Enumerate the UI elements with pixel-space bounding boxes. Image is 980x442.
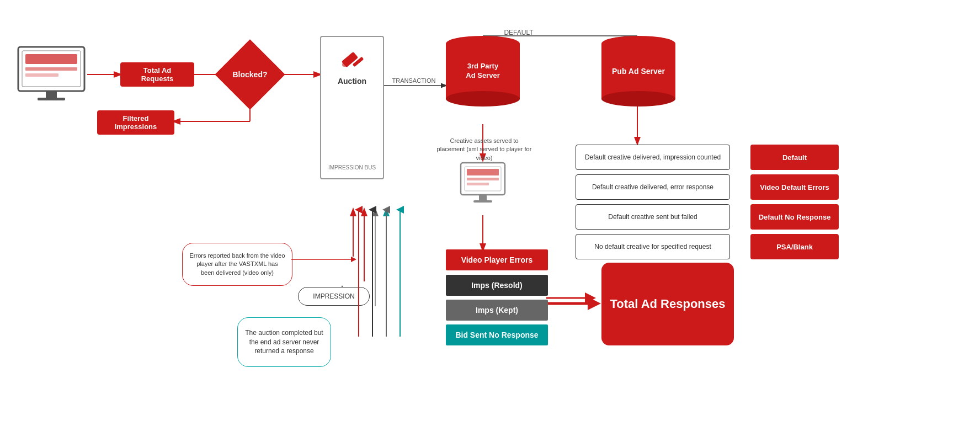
svg-rect-21: [25, 67, 77, 71]
default-btn[interactable]: Default: [750, 145, 839, 170]
auction-label: Auction: [338, 77, 366, 86]
video-player-errors-bar: Video Player Errors: [446, 249, 548, 270]
default-no-response-btn[interactable]: Default No Response: [750, 204, 839, 230]
status-delivered-error: Default creative delivered, error respon…: [576, 174, 730, 200]
third-party-cylinder: 3rd PartyAd Server: [446, 36, 520, 106]
video-errors-text-box: Errors reported back from the video play…: [182, 243, 292, 286]
transaction-label: TRANSACTION: [386, 77, 441, 84]
auction-box: Auction IMPRESSION BUS: [320, 36, 384, 179]
pub-ad-server-cylinder: Pub Ad Server: [601, 36, 675, 106]
feedback-arrows: [342, 204, 452, 337]
auction-hammer-icon: [337, 44, 368, 74]
big-arrow-svg: [548, 287, 603, 320]
default-label: DEFAULT: [497, 29, 541, 36]
third-party-label: 3rd PartyAd Server: [466, 62, 499, 81]
svg-marker-36: [588, 297, 601, 310]
creative-monitor-icon: [458, 160, 508, 212]
pub-ad-server-label: Pub Ad Server: [612, 66, 665, 76]
svg-point-27: [342, 62, 347, 67]
svg-rect-24: [38, 98, 65, 100]
svg-rect-23: [46, 91, 57, 99]
impression-bus-label: IMPRESSION BUS: [328, 164, 376, 174]
total-ad-responses-box: Total Ad Responses: [601, 263, 734, 345]
svg-rect-30: [467, 169, 499, 175]
filtered-impressions-box: Filtered Impressions: [97, 110, 174, 135]
psa-blank-btn[interactable]: PSA/Blank: [750, 234, 839, 259]
auction-completed-text-box: The auction completed but the end ad ser…: [237, 317, 331, 367]
total-ad-requests-box: Total Ad Requests: [120, 62, 194, 87]
diagram-container: Total Ad Requests Filtered Impressions B…: [0, 0, 980, 442]
status-no-default: No default creative for specified reques…: [576, 234, 730, 259]
blocked-diamond: Blocked?: [225, 50, 275, 99]
bid-sent-no-response-bar: Bid Sent No Response: [446, 324, 548, 345]
svg-rect-32: [467, 183, 489, 185]
svg-rect-31: [467, 178, 499, 180]
monitor-icon: [15, 44, 87, 105]
status-sent-failed: Default creative sent but failed: [576, 204, 730, 230]
status-delivered-impression: Default creative delivered, impression c…: [576, 145, 730, 170]
video-default-errors-btn[interactable]: Video Default Errors: [750, 174, 839, 200]
imps-kept-bar: Imps (Kept): [446, 300, 548, 321]
svg-rect-34: [473, 200, 492, 203]
creative-assets-text: Creative assets served to placement (xml…: [436, 137, 532, 162]
imps-resold-bar: Imps (Resold): [446, 275, 548, 296]
svg-rect-22: [25, 73, 58, 77]
svg-rect-20: [25, 54, 77, 64]
